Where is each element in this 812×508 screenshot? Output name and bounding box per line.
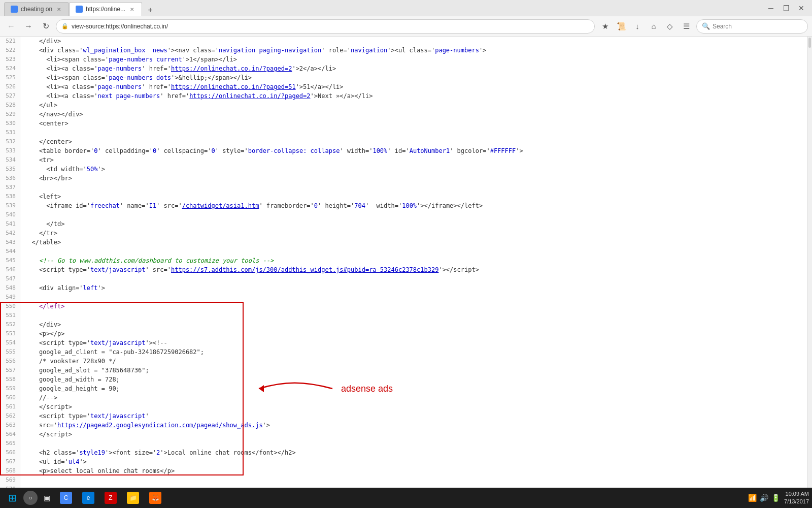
- source-wrapper: 521 </div>522 <div class='wl_pagination_…: [0, 37, 807, 488]
- line-number: 526: [0, 82, 20, 91]
- network-icon: 📶: [748, 494, 757, 502]
- source-line: 524 <li><a class='page-numbers' href='ht…: [0, 64, 807, 73]
- line-content: <li><a class='next page-numbers' href='h…: [20, 91, 807, 101]
- line-number: 529: [0, 110, 20, 119]
- folder-icon: 📁: [127, 492, 139, 504]
- new-tab-button[interactable]: +: [144, 4, 156, 16]
- line-content: <h2 class='style19'><font size='2'>Local…: [20, 448, 807, 457]
- home-button[interactable]: ⌂: [647, 19, 661, 34]
- source-line: 539 <iframe id='freechat' name='I1' src=…: [0, 201, 807, 210]
- line-number: 542: [0, 229, 20, 238]
- source-line: 568 <p>select local online chat rooms</p…: [0, 466, 807, 475]
- line-number: 565: [0, 439, 20, 448]
- search-input[interactable]: [713, 23, 802, 30]
- source-line: 550 </left>: [0, 302, 807, 311]
- line-content: <left>: [20, 192, 807, 201]
- line-number: 556: [0, 357, 20, 366]
- task-view-button[interactable]: ▣: [40, 491, 54, 505]
- lock-icon: 🔒: [61, 23, 69, 29]
- source-line: 547: [0, 274, 807, 283]
- pocket-button[interactable]: 📜: [614, 19, 628, 34]
- source-line: 562 <script type='text/javascript': [0, 411, 807, 421]
- restore-button[interactable]: ❒: [780, 2, 793, 15]
- source-view[interactable]: 521 </div>522 <div class='wl_pagination_…: [0, 37, 807, 488]
- bookmark-star-button[interactable]: ★: [598, 19, 612, 34]
- line-number: 564: [0, 430, 20, 439]
- line-number: 525: [0, 73, 20, 82]
- tab2-close[interactable]: ✕: [128, 6, 136, 13]
- source-line: 565: [0, 439, 807, 448]
- content-area: 521 </div>522 <div class='wl_pagination_…: [0, 37, 812, 488]
- source-line: 536 <br></br>: [0, 174, 807, 183]
- start-button[interactable]: ⊞: [3, 489, 21, 507]
- line-number: 566: [0, 448, 20, 457]
- browser-window: cheating on ✕ https://online... ✕ + ─ ❒ …: [0, 0, 812, 508]
- line-number: 557: [0, 366, 20, 375]
- line-content: <li><span class='page-numbers current'>1…: [20, 55, 807, 64]
- address-bar[interactable]: 🔒 view-source:https://onlinechat.co.in/: [56, 19, 595, 34]
- close-button[interactable]: ✕: [795, 2, 808, 15]
- line-number: 540: [0, 210, 20, 219]
- taskbar-ie[interactable]: e: [78, 489, 98, 507]
- line-content: <div class='wl_pagination_box news'><nav…: [20, 46, 807, 55]
- line-number: 535: [0, 165, 20, 174]
- source-line: 546 <script type='text/javascript' src='…: [0, 265, 807, 274]
- nav-bar: ← → ↻ 🔒 view-source:https://onlinechat.c…: [0, 16, 812, 37]
- tab1-favicon: [11, 6, 18, 13]
- taskbar-chrome[interactable]: C: [56, 489, 76, 507]
- line-number: 550: [0, 302, 20, 311]
- line-content: <td width='50%'>: [20, 165, 807, 174]
- line-content: <script type='text/javascript': [20, 411, 807, 421]
- menu-button[interactable]: ☰: [679, 19, 693, 34]
- source-line: 541 </td>: [0, 219, 807, 229]
- taskbar-folder[interactable]: 📁: [123, 489, 143, 507]
- source-line: 529 </nav></div>: [0, 110, 807, 119]
- line-number: 536: [0, 174, 20, 183]
- tab-source[interactable]: https://online... ✕: [69, 2, 142, 16]
- line-content: //-->: [20, 393, 807, 402]
- line-content: <iframe id='freechat' name='I1' src='/ch…: [20, 201, 807, 210]
- source-line: 560 //-->: [0, 393, 807, 402]
- line-number: 555: [0, 347, 20, 357]
- shield-button[interactable]: ◇: [663, 19, 677, 34]
- line-content: <!-- Go to www.addthis.com/dashboard to …: [20, 256, 807, 265]
- scrollbar[interactable]: [807, 37, 812, 488]
- address-text: view-source:https://onlinechat.co.in/: [72, 23, 168, 30]
- line-content: google_ad_slot = "3785648736";: [20, 366, 807, 375]
- line-number: 560: [0, 393, 20, 402]
- search-bar[interactable]: 🔍: [696, 19, 808, 34]
- source-line: 537: [0, 183, 807, 192]
- line-number: 528: [0, 101, 20, 110]
- tab-cheating[interactable]: cheating on ✕: [4, 2, 69, 16]
- cortana-icon[interactable]: ○: [23, 491, 38, 505]
- refresh-button[interactable]: ↻: [39, 19, 53, 34]
- line-number: 568: [0, 466, 20, 475]
- line-number: 561: [0, 402, 20, 411]
- svg-rect-0: [12, 7, 16, 11]
- line-content: <li><a class='page-numbers' href='https:…: [20, 82, 807, 91]
- file-red-icon: Z: [105, 492, 117, 504]
- source-line: 526 <li><a class='page-numbers' href='ht…: [0, 82, 807, 91]
- source-line: 549: [0, 293, 807, 302]
- minimize-button[interactable]: ─: [764, 2, 777, 15]
- line-number: 534: [0, 155, 20, 165]
- source-line: 553 <p></p>: [0, 329, 807, 338]
- source-line: 530 <center>: [0, 119, 807, 128]
- battery-icon: 🔋: [771, 494, 780, 502]
- download-button[interactable]: ↓: [630, 19, 645, 34]
- search-icon: 🔍: [702, 22, 710, 30]
- line-content: <div align='left'>: [20, 283, 807, 293]
- source-line: 557 google_ad_slot = "3785648736";: [0, 366, 807, 375]
- line-content: </nav></div>: [20, 110, 807, 119]
- line-number: 551: [0, 311, 20, 320]
- tab1-close[interactable]: ✕: [55, 6, 62, 13]
- source-line: 556 /* vookster 728x90 */: [0, 357, 807, 366]
- taskbar-file-red[interactable]: Z: [100, 489, 121, 507]
- taskbar-firefox[interactable]: 🦊: [145, 489, 165, 507]
- back-button[interactable]: ←: [4, 19, 18, 34]
- line-number: 544: [0, 247, 20, 256]
- taskbar: ⊞ ○ ▣ C e Z 📁: [0, 488, 812, 508]
- clock-date: 7/13/2017: [784, 498, 809, 505]
- forward-button[interactable]: →: [21, 19, 36, 34]
- line-content: <li><a class='page-numbers' href='https:…: [20, 64, 807, 73]
